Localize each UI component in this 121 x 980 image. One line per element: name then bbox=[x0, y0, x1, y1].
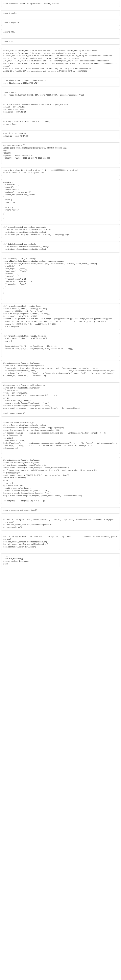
code-block: @events.register(events.NewMessage) asyn… bbox=[1, 457, 120, 504]
code-block: def search(q, from_, size=10): ensureEla… bbox=[1, 256, 120, 300]
code-block: import asyncio bbox=[1, 20, 120, 26]
code-block: @events.register(events.NewMessage) asyn… bbox=[1, 360, 120, 379]
code-block: client = TelegramClient('client_session'… bbox=[1, 517, 120, 530]
code-block: loop = asyncio.get_event_loop() bbox=[1, 507, 120, 514]
code-block: # proxy = (socks.SOCKS5, '127.0.0.1', 77… bbox=[1, 119, 120, 127]
code-block: async def downloadHistory(): deleteElast… bbox=[1, 420, 120, 454]
code-block: welcome_message = ''' 这里是 的搜索 Bot，直接发送你要… bbox=[1, 142, 120, 164]
code-block: mapping = { "properties":{ "content": { … bbox=[1, 179, 120, 221]
code-block: def deleteElasticIndex(index): if es.ind… bbox=[1, 241, 120, 253]
code-block: @events.register(events.CallbackQuery) a… bbox=[1, 382, 120, 417]
code-block: bot = TelegramClient('bot_session', bot_… bbox=[1, 534, 120, 550]
code-block: try: loop.run_forever() except KeyboardI… bbox=[1, 553, 120, 567]
code-block: import os bbox=[1, 38, 120, 45]
code-block: import html bbox=[1, 29, 120, 35]
code-block: def renderRespondText(result, from_): to… bbox=[1, 303, 120, 330]
code-block: import redis db = redis.Redis(host=REDIS… bbox=[1, 90, 120, 99]
code-block: chat_id = int(CHAT_ID) admin_id = int(AD… bbox=[1, 130, 120, 139]
code-block: def renderRespondButton(result, from_): … bbox=[1, 333, 120, 357]
code-block: from telethon import TelegramClient, eve… bbox=[1, 1, 120, 7]
code-block: REDIS_HOST = "REDIS_HOST" in os.environ … bbox=[1, 48, 120, 74]
code-block: import socks bbox=[1, 10, 120, 17]
code-block: def ensureElasticIndex(index, mapping): … bbox=[1, 224, 120, 238]
code-block: share_id = chat_id < 0 and chat_id * -1 … bbox=[1, 167, 120, 176]
code-block: # https://docs.telethon.dev/en/latest/ba… bbox=[1, 102, 120, 115]
code-block: from elasticsearch import Elasticsearch … bbox=[1, 78, 120, 86]
